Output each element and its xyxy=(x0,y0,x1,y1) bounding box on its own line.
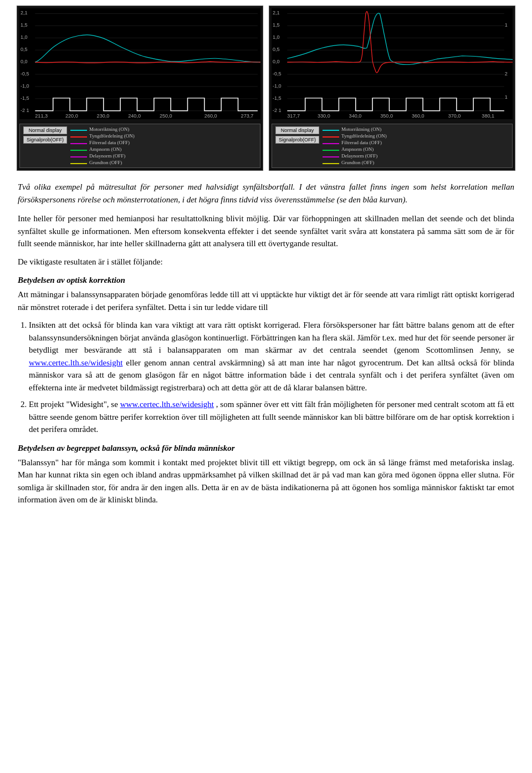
svg-text:-0,5: -0,5 xyxy=(273,71,282,77)
signalprob-button-left[interactable]: Signalprob(OFF) xyxy=(23,136,67,144)
svg-text:-0,5: -0,5 xyxy=(21,71,29,77)
svg-text:230,0: 230,0 xyxy=(97,113,110,119)
svg-text:380,1: 380,1 xyxy=(482,113,494,119)
right-legend-row-1: Tyngdfördelning (ON) xyxy=(323,133,509,139)
svg-text:-1,5: -1,5 xyxy=(21,95,29,101)
right-legend-label-5: Grundton (OFF) xyxy=(341,160,374,165)
svg-text:330,0: 330,0 xyxy=(318,113,330,119)
legend-line-yellow-right xyxy=(323,163,339,164)
svg-text:2,1: 2,1 xyxy=(273,11,280,16)
svg-text:-2 1: -2 1 xyxy=(21,108,29,113)
legend-line-magenta-right xyxy=(323,143,339,144)
signalprob-button-right[interactable]: Signalprob(OFF) xyxy=(275,136,319,144)
left-chart-container: 2,1 1,5 1,0 0,5 0,0 -0,5 -1,0 -1,5 -2 1 … xyxy=(17,6,263,171)
right-legend-row-5: Grundton (OFF) xyxy=(323,160,509,165)
right-legend-label-1: Tyngdfördelning (ON) xyxy=(341,133,387,139)
svg-text:317,7: 317,7 xyxy=(287,113,300,119)
list-item-1-text: Insikten att det också för blinda kan va… xyxy=(29,321,514,392)
normal-display-button-left[interactable]: Normal display xyxy=(23,126,67,134)
legend-line-cyan-right xyxy=(323,130,339,131)
left-chart-legend: Normal display Signalprob(OFF) Motorrikt… xyxy=(19,124,260,168)
svg-text:1: 1 xyxy=(505,23,508,28)
svg-text:240,0: 240,0 xyxy=(128,113,141,119)
left-chart-svg: 2,1 1,5 1,0 0,5 0,0 -0,5 -1,0 -1,5 -2 1 … xyxy=(19,8,260,119)
section1-para: Att mätningar i balanssynsapparaten börj… xyxy=(18,288,514,313)
svg-text:360,0: 360,0 xyxy=(412,113,424,119)
section1-title: Betydelsen av optisk korrektion xyxy=(18,276,514,285)
right-chart-svg: 2,1 1,5 1,0 0,5 0,0 -0,5 -1,0 -1,5 -2 1 … xyxy=(272,8,513,119)
svg-text:250,0: 250,0 xyxy=(160,113,172,119)
legend-label-3: Ampnorm (ON) xyxy=(89,146,121,152)
svg-text:1,0: 1,0 xyxy=(21,34,28,40)
list-item-2-text: Ett projekt "Widesight", se www.certec.l… xyxy=(29,400,514,434)
normal-display-button-right[interactable]: Normal display xyxy=(275,126,319,134)
svg-text:1,5: 1,5 xyxy=(21,23,28,28)
svg-text:-2 1: -2 1 xyxy=(273,108,282,113)
legend-line-magenta-left xyxy=(70,143,87,144)
svg-text:220,0: 220,0 xyxy=(65,113,78,119)
right-legend-label-0: Motorriktning (ON) xyxy=(341,126,381,132)
svg-rect-26 xyxy=(272,8,513,119)
legend-line-red-left xyxy=(70,136,87,138)
svg-text:273,7: 273,7 xyxy=(241,113,254,119)
section2-para: "Balanssyn" har för många som kommit i k… xyxy=(18,456,514,506)
svg-text:350,0: 350,0 xyxy=(380,113,393,119)
right-legend-row-4: Delaynorm (OFF) xyxy=(323,153,509,159)
legend-line-green-left xyxy=(70,150,87,151)
right-chart-buttons: Normal display Signalprob(OFF) xyxy=(275,126,319,144)
legend-row-1: Tyngdfördelning (ON) xyxy=(70,133,257,139)
left-legend-items: Motorriktning (ON) Tyngdfördelning (ON) … xyxy=(70,126,257,165)
legend-line-magenta2-left xyxy=(70,156,87,157)
legend-row-0: Motorriktning (ON) xyxy=(70,126,257,132)
caption-italic: Två olika exempel på mätresultat för per… xyxy=(18,181,514,206)
right-legend-label-4: Delaynorm (OFF) xyxy=(341,153,377,159)
legend-line-magenta2-right xyxy=(323,156,339,157)
svg-text:1: 1 xyxy=(505,94,508,100)
left-chart-buttons: Normal display Signalprob(OFF) xyxy=(23,126,67,144)
svg-text:0,5: 0,5 xyxy=(273,47,280,52)
legend-row-3: Ampnorm (ON) xyxy=(70,146,257,152)
list-item-1: Insikten att det också för blinda kan va… xyxy=(29,319,514,394)
svg-text:-1,5: -1,5 xyxy=(273,95,282,101)
svg-text:2,1: 2,1 xyxy=(21,11,28,16)
svg-text:2: 2 xyxy=(505,71,508,77)
para2: De viktigaste resultaten är i stället fö… xyxy=(18,256,514,268)
svg-text:-1,0: -1,0 xyxy=(21,83,29,89)
charts-section: 2,1 1,5 1,0 0,5 0,0 -0,5 -1,0 -1,5 -2 1 … xyxy=(17,6,515,171)
content-area: Två olika exempel på mätresultat för per… xyxy=(17,181,515,506)
right-legend-label-3: Ampnorm (ON) xyxy=(341,146,374,152)
legend-label-4: Delaynorm (OFF) xyxy=(89,153,125,159)
legend-line-green-right xyxy=(323,150,339,151)
right-legend-row-2: Filtrerad data (OFF) xyxy=(323,140,509,145)
legend-row-2: Filtrerad data (OFF) xyxy=(70,140,257,145)
right-legend-row-0: Motorriktning (ON) xyxy=(323,126,509,132)
right-chart-legend: Normal display Signalprob(OFF) Motorrikt… xyxy=(272,124,513,168)
right-legend-items: Motorriktning (ON) Tyngdfördelning (ON) … xyxy=(323,126,509,165)
legend-row-5: Grundton (OFF) xyxy=(70,160,257,165)
right-legend-row-3: Ampnorm (ON) xyxy=(323,146,509,152)
right-chart-container: 2,1 1,5 1,0 0,5 0,0 -0,5 -1,0 -1,5 -2 1 … xyxy=(269,6,515,171)
right-legend-label-2: Filtrerad data (OFF) xyxy=(341,140,382,145)
svg-text:260,0: 260,0 xyxy=(204,113,217,119)
legend-label-2: Filtrerad data (OFF) xyxy=(89,140,130,145)
legend-line-yellow-left xyxy=(70,163,87,164)
svg-text:0,0: 0,0 xyxy=(21,59,28,64)
svg-text:0,5: 0,5 xyxy=(21,47,28,52)
svg-text:211,3: 211,3 xyxy=(35,113,48,119)
svg-text:340,0: 340,0 xyxy=(349,113,362,119)
link2[interactable]: www.certec.lth.se/widesight xyxy=(120,400,214,409)
legend-label-5: Grundton (OFF) xyxy=(89,160,122,165)
para1: Inte heller för personer med hemianposi … xyxy=(18,212,514,250)
svg-text:370,0: 370,0 xyxy=(448,113,461,119)
numbered-list: Insikten att det också för blinda kan va… xyxy=(29,319,514,436)
legend-line-cyan-left xyxy=(70,130,87,131)
legend-line-red-right xyxy=(323,136,339,138)
link1[interactable]: www.certec.lth.se/widesight xyxy=(29,358,122,367)
svg-text:-1,0: -1,0 xyxy=(273,83,282,89)
legend-row-4: Delaynorm (OFF) xyxy=(70,153,257,159)
svg-text:1,0: 1,0 xyxy=(273,34,280,40)
svg-text:1,5: 1,5 xyxy=(273,23,280,28)
legend-label-0: Motorriktning (ON) xyxy=(89,126,129,132)
svg-rect-0 xyxy=(19,8,260,119)
section2-title: Betydelsen av begreppet balanssyn, också… xyxy=(18,444,514,453)
